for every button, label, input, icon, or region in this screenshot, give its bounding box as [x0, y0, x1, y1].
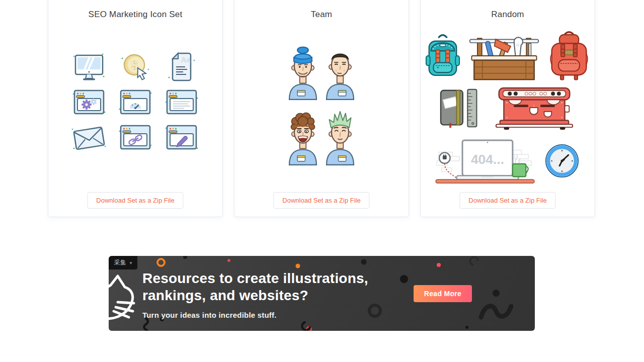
icon-set-cards: SEO Marketing Icon Set	[48, 0, 595, 217]
read-more-button[interactable]: Read More	[414, 285, 472, 302]
dollar-coin-cursor-icon: $	[119, 51, 151, 83]
download-zip-button-seo[interactable]: Download Set as a Zip File	[87, 192, 183, 209]
team-avatar-grid	[284, 35, 359, 165]
page: SEO Marketing Icon Set	[0, 0, 644, 362]
random-icon-grid: 404...	[425, 30, 590, 185]
banner-text-block: Resources to create illustrations, ranki…	[142, 270, 368, 319]
browser-pen-icon	[165, 123, 199, 152]
card-seo-marketing: SEO Marketing Icon Set	[48, 0, 223, 217]
notebook-and-ruler-icon	[439, 88, 483, 129]
banner-heading-line2: rankings, and websites?	[142, 287, 368, 304]
card-title-team: Team	[311, 10, 332, 20]
svg-text:Aa: Aa	[181, 55, 191, 64]
browser-link-icon	[118, 123, 152, 152]
collect-badge[interactable]: 采集 ▾	[109, 256, 137, 269]
card-title-seo: SEO Marketing Icon Set	[89, 10, 183, 20]
download-zip-button-random[interactable]: Download Set as a Zip File	[459, 192, 555, 209]
promo-banner[interactable]: 采集 ▾	[109, 256, 535, 331]
banner-subtitle: Turn your ideas into incredible stuff.	[142, 311, 368, 319]
man-green-spiky-hair-icon	[322, 109, 358, 165]
chevron-down-icon: ▾	[130, 260, 132, 265]
imac-monitor-icon	[72, 51, 106, 83]
browser-gears-icon	[72, 88, 106, 117]
man-curly-hair-icon	[285, 109, 321, 165]
wall-clock-icon	[544, 143, 581, 179]
browser-speedometer-icon	[118, 88, 152, 117]
red-backpack-icon	[548, 30, 590, 82]
card-title-random: Random	[491, 10, 524, 20]
espresso-machine-icon	[492, 85, 577, 132]
card-team: Team	[234, 0, 409, 217]
document-aa-icon: Aa	[167, 51, 196, 83]
banner-heading-line1: Resources to create illustrations,	[142, 270, 368, 287]
envelope-icon	[71, 123, 107, 152]
teal-backpack-icon	[425, 31, 460, 80]
man-bald-icon	[322, 44, 358, 100]
browser-text-icon	[165, 88, 199, 117]
laptop-404-desk-icon: 404...	[435, 138, 539, 185]
seo-icon-grid: $ Aa	[66, 50, 205, 155]
card-random: Random	[420, 0, 595, 217]
download-zip-button-team[interactable]: Download Set as a Zip File	[273, 192, 369, 209]
wooden-toolbox-icon	[467, 30, 541, 82]
collect-badge-label: 采集	[114, 258, 126, 267]
man-beanie-mustache-icon	[285, 44, 321, 100]
svg-text:$: $	[131, 59, 137, 71]
svg-text:404...: 404...	[471, 152, 504, 167]
